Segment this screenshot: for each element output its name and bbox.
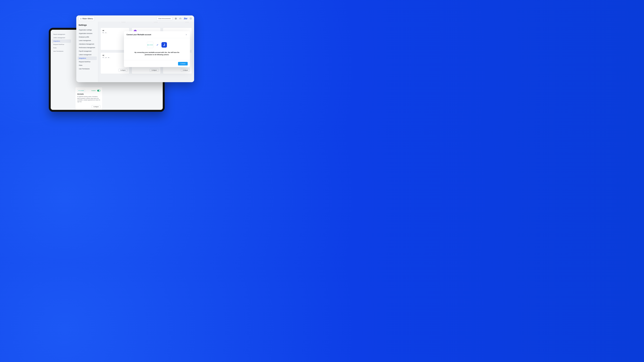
workable-logo-text: workable [80,90,84,91]
workable-icon [78,90,80,91]
connect-button[interactable]: Connect [178,62,188,65]
sidebar-item[interactable]: Performance Management [78,46,97,49]
workable-logo: workable [147,42,154,48]
modal-logos: workable J [128,42,186,48]
status-enabled: Enabled [92,90,96,91]
settings-sidebar: Settings Organization settings Organizat… [76,21,98,82]
jisr-logo: J [162,42,167,48]
sidebar-item[interactable]: User Permissions [78,67,97,71]
tablet-sidebar-item[interactable]: Letters management [52,36,71,39]
sidebar-item[interactable]: Attendance Management [78,42,97,46]
workable-icon [147,44,149,46]
configure-button[interactable]: Configure [92,105,100,108]
main-menu-label: Main Menu [82,17,93,20]
tablet-sidebar-item[interactable]: Request WorkFlow [52,43,71,46]
share-announcement-button[interactable]: Share Announcement [156,17,172,20]
avatar[interactable] [190,17,192,20]
sidebar-item[interactable]: Request WorkFlow [78,60,97,63]
sidebar-item[interactable]: Leave management [78,39,97,42]
toggle-switch[interactable] [97,90,100,91]
tablet-sidebar-item[interactable]: Roles [52,46,71,49]
integrations-main: Connect Connect Connect Mi Po… th… . Con… [98,21,194,82]
sidebar-item[interactable]: Roles [78,63,97,67]
window-header: Main Menu Share Announcement Jisr [76,15,194,21]
sidebar-item[interactable]: Payroll management [78,49,97,53]
sidebar-item[interactable]: Employee profile [78,35,97,39]
settings-window: Main Menu Share Announcement Jisr Settin… [76,15,194,82]
brand-logo: Jisr [184,17,187,20]
close-icon[interactable] [185,33,187,36]
globe-icon[interactable] [175,17,177,20]
support-icon[interactable] [179,17,182,20]
main-menu-button[interactable]: Main Menu [78,16,95,21]
sidebar-item[interactable]: Organization settings [78,28,97,32]
modal-backdrop: Connect your Workable account workable [98,21,194,82]
tablet-sidebar-item-integrations[interactable]: Integrations [52,39,71,43]
workable-logo-text: workable [149,44,153,45]
sidebar-item[interactable]: Organization structure [78,32,97,35]
tablet-sidebar-item[interactable]: Payroll management [52,33,71,36]
sidebar-item[interactable]: Letters management [78,53,97,56]
tablet-integration-card-workable: workable Enabled Workable An applicant t… [75,87,102,110]
tablet-sidebar-item[interactable]: User Permissions [52,49,71,53]
home-icon [80,18,82,19]
workable-logo: workable [77,89,85,92]
tablet-sidebar: Payroll management Letters management In… [51,30,72,110]
swap-icon [156,44,158,46]
connect-workable-modal: Connect your Workable account workable [124,31,190,67]
modal-body-text: By connecting your workable account with… [134,51,180,56]
sidebar-item-integrations[interactable]: Integrations [78,56,97,60]
card-title: Workable [77,93,100,95]
modal-title: Connect your Workable account [126,34,151,35]
settings-title: Settings [78,23,97,28]
card-description: An applicant tracking system, Workable's… [77,96,100,103]
